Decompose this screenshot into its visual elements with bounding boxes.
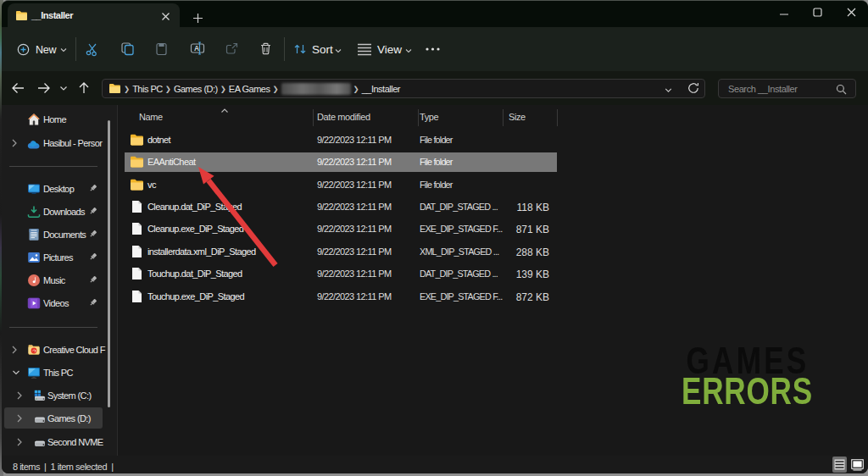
svg-text:A: A xyxy=(194,44,199,53)
